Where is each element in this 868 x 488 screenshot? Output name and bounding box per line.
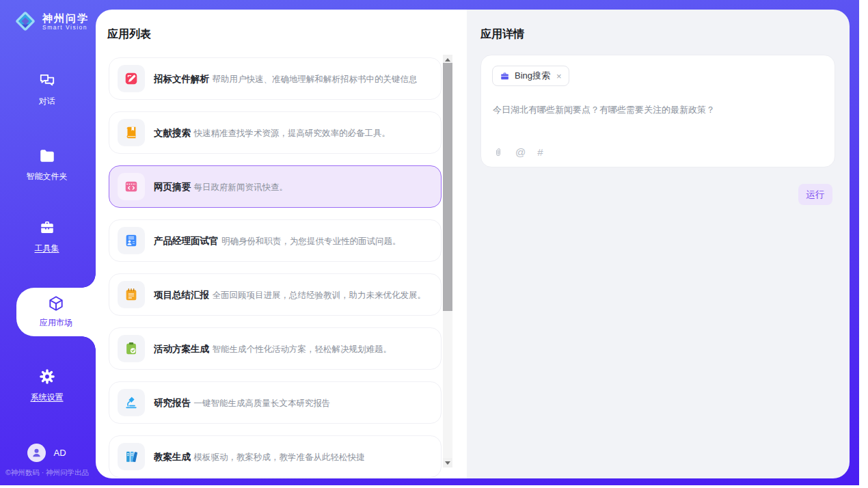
user-row[interactable]: AD (0, 444, 94, 462)
toolbox-icon (38, 227, 56, 239)
book-icon (118, 119, 145, 146)
triangle-up-icon (445, 58, 450, 62)
hash-icon[interactable]: # (537, 147, 543, 158)
sidebar-item-label: 应用市场 (16, 317, 96, 329)
brand-text: 神州问学 Smart Vision (42, 12, 89, 31)
paperclip-icon[interactable] (493, 147, 504, 158)
web-code-icon (118, 173, 145, 200)
sidebar-item-label: 工具集 (0, 243, 94, 254)
scrollbar-thumb[interactable] (443, 63, 452, 311)
app-list-panel: 应用列表 招标文件解析 帮助用户快速、准确地理解和解析招标书中的关键信息 文献搜… (96, 10, 467, 478)
sidebar-item-app-market[interactable]: 应用市场 (16, 288, 96, 336)
app-card-desc: 模板驱动，教案秒成，教学准备从此轻松快捷 (193, 452, 364, 462)
user-icon (31, 447, 42, 459)
app-card-title: 招标文件解析 (154, 74, 209, 84)
app-card-title: 活动方案生成 (154, 344, 209, 354)
app-card-desc: 全面回顾项目进展，总结经验教训，助力未来优化发展。 (212, 290, 426, 300)
chip-close-icon[interactable]: × (556, 71, 562, 81)
app-card-title: 产品经理面试官 (154, 236, 219, 246)
app-card-desc: 智能生成个性化活动方案，轻松解决规划难题。 (212, 344, 392, 354)
clipboard-check-icon (118, 335, 145, 362)
sidebar-item-label: 对话 (0, 96, 94, 107)
app-card-title: 研究报告 (154, 398, 191, 408)
app-detail-panel: 应用详情 Bing搜索 × 今日湖北有哪些新闻要点？有哪些需要关注的最新政策？ … (467, 10, 850, 478)
user-label: AD (53, 448, 66, 458)
sidebar: 神州问学 Smart Vision 对话 智能文件夹 工具集 应用市场 系统设置… (0, 0, 96, 485)
mention-icon[interactable]: @ (515, 147, 526, 158)
app-card[interactable]: 产品经理面试官 明确身份和职责，为您提供专业性的面试问题。 (109, 219, 442, 262)
sidebar-item-chat[interactable]: 对话 (0, 72, 94, 107)
gear-icon (38, 376, 56, 388)
app-card[interactable]: 招标文件解析 帮助用户快速、准确地理解和解析招标书中的关键信息 (109, 57, 442, 100)
tool-chip-bing-search[interactable]: Bing搜索 × (492, 66, 569, 86)
app-card-desc: 一键智能生成高质量长文本研究报告 (193, 398, 330, 408)
input-toolbar: @ # (493, 147, 543, 158)
app-window: 神州问学 Smart Vision 对话 智能文件夹 工具集 应用市场 系统设置… (0, 0, 868, 488)
chip-label: Bing搜索 (515, 70, 550, 82)
sidebar-footer: ©神州数码 · 神州问学出品 (5, 468, 96, 478)
app-card[interactable]: 文献搜索 快速精准查找学术资源，提高研究效率的必备工具。 (109, 111, 442, 154)
app-card[interactable]: 教案生成 模板驱动，教案秒成，教学准备从此轻松快捷 (109, 435, 442, 478)
app-card-title: 文献搜索 (154, 128, 191, 138)
app-card[interactable]: 研究报告 一键智能生成高质量长文本研究报告 (109, 381, 442, 424)
briefcase-icon (500, 71, 510, 81)
scrollbar[interactable] (443, 55, 452, 467)
triangle-down-icon (445, 461, 450, 465)
sidebar-item-smart-folder[interactable]: 智能文件夹 (0, 147, 94, 182)
brand-name: 神州问学 (42, 12, 89, 24)
logo-icon (13, 9, 38, 33)
chat-icon (38, 80, 56, 92)
app-card-desc: 帮助用户快速、准确地理解和解析招标书中的关键信息 (212, 74, 417, 84)
app-card-list: 招标文件解析 帮助用户快速、准确地理解和解析招标书中的关键信息 文献搜索 快速精… (109, 57, 442, 478)
app-card-title: 项目总结汇报 (154, 290, 209, 300)
app-card-title: 教案生成 (154, 452, 191, 462)
app-card[interactable]: 网页摘要 每日政府新闻资讯快查。 (109, 165, 442, 208)
books-icon (118, 443, 145, 470)
app-card-desc: 每日政府新闻资讯快查。 (193, 182, 288, 192)
app-card-title: 网页摘要 (154, 182, 191, 192)
app-card-desc: 明确身份和职责，为您提供专业性的面试问题。 (221, 236, 401, 246)
main-content: 应用列表 招标文件解析 帮助用户快速、准确地理解和解析招标书中的关键信息 文献搜… (96, 10, 850, 478)
sidebar-item-label: 系统设置 (0, 392, 94, 403)
sidebar-item-toolset[interactable]: 工具集 (0, 219, 94, 254)
doc-person-icon (118, 227, 145, 254)
app-detail-title: 应用详情 (480, 27, 524, 42)
sidebar-item-settings[interactable]: 系统设置 (0, 368, 94, 403)
run-button[interactable]: 运行 (798, 184, 832, 205)
avatar (27, 444, 46, 462)
app-card-desc: 快速精准查找学术资源，提高研究效率的必备工具。 (193, 128, 390, 138)
prompt-input-card[interactable]: Bing搜索 × 今日湖北有哪些新闻要点？有哪些需要关注的最新政策？ @ # (480, 55, 835, 167)
logo: 神州问学 Smart Vision (13, 9, 89, 33)
brand-subtitle: Smart Vision (42, 24, 89, 31)
scrollbar-down-button[interactable] (443, 458, 452, 467)
app-list-title: 应用列表 (107, 27, 151, 42)
cube-icon (47, 303, 65, 314)
pen-square-icon (118, 65, 145, 92)
app-card[interactable]: 项目总结汇报 全面回顾项目进展，总结经验教训，助力未来优化发展。 (109, 273, 442, 316)
sidebar-item-label: 智能文件夹 (0, 171, 94, 182)
query-text[interactable]: 今日湖北有哪些新闻要点？有哪些需要关注的最新政策？ (493, 104, 821, 116)
folder-icon (38, 155, 56, 167)
microscope-icon (118, 389, 145, 416)
notepad-icon (118, 281, 145, 308)
app-card[interactable]: 活动方案生成 智能生成个性化活动方案，轻松解决规划难题。 (109, 327, 442, 370)
